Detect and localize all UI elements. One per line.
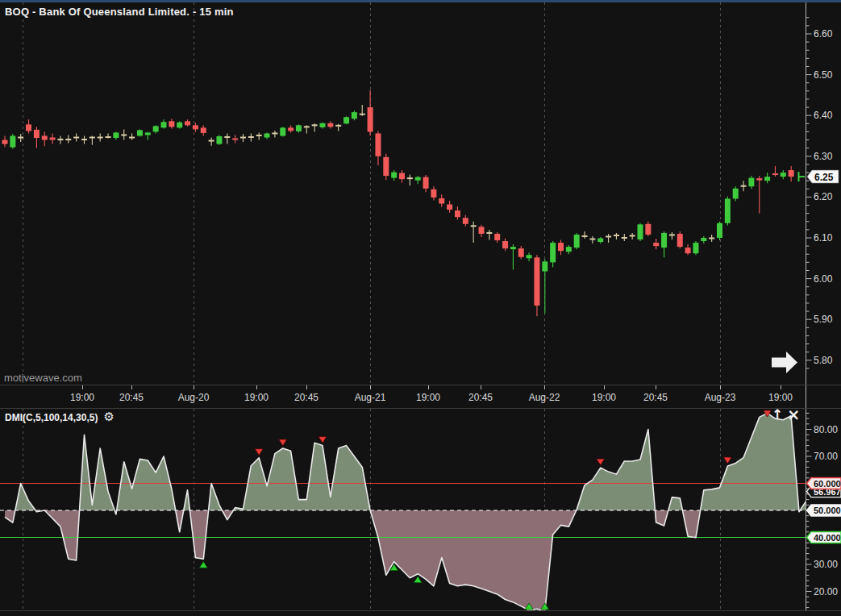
svg-text:5.90: 5.90 xyxy=(814,314,833,325)
dmi-axis[interactable]: 80.0070.0030.0020.0056.96760.00050.00040… xyxy=(806,413,841,607)
sell-marker-icon xyxy=(255,449,263,456)
last-trade-tick xyxy=(798,172,805,181)
day-gridlines xyxy=(23,2,721,610)
buy-marker-icon xyxy=(199,561,207,568)
candlestick-series[interactable] xyxy=(2,90,794,316)
svg-text:19:00: 19:00 xyxy=(416,392,440,403)
jump-to-latest-button[interactable] xyxy=(772,352,797,373)
window-top-strip xyxy=(0,0,841,2)
dmi-panel-buttons: ↑ × xyxy=(772,407,800,422)
svg-text:80.00: 80.00 xyxy=(814,424,838,435)
dmi-header: DMI(C,5,100,14,30,5) ⚙ xyxy=(5,411,114,423)
chart-canvas[interactable]: 6.606.506.406.306.206.106.005.905.806.25… xyxy=(0,0,841,616)
svg-text:6.25: 6.25 xyxy=(814,172,834,183)
dmi-indicator-label: DMI(C,5,100,14,30,5) xyxy=(5,412,98,423)
svg-text:19:00: 19:00 xyxy=(70,392,94,403)
svg-text:19:00: 19:00 xyxy=(244,392,269,403)
svg-text:70.00: 70.00 xyxy=(814,451,838,462)
mid-level-label: 50.000 xyxy=(807,505,841,516)
sell-marker-icon xyxy=(723,457,731,464)
svg-text:60.000: 60.000 xyxy=(814,479,841,489)
oversold-level-label: 40.000 xyxy=(807,532,841,543)
motivewave-window: { "window": { "title": "BOQ - Bank Of Qu… xyxy=(0,0,841,616)
svg-text:6.10: 6.10 xyxy=(814,232,833,243)
svg-text:20.00: 20.00 xyxy=(814,586,838,597)
svg-text:30.00: 30.00 xyxy=(814,559,838,570)
svg-text:Aug-21: Aug-21 xyxy=(355,392,386,403)
maximize-panel-icon[interactable]: ↑ xyxy=(772,408,783,422)
svg-text:6.60: 6.60 xyxy=(814,28,833,40)
last-price-label: 6.25 xyxy=(807,170,839,183)
svg-text:20:45: 20:45 xyxy=(119,392,144,403)
close-panel-icon[interactable]: × xyxy=(787,407,800,422)
sell-marker-icon xyxy=(318,437,327,443)
svg-text:50.000: 50.000 xyxy=(814,506,841,515)
svg-text:6.30: 6.30 xyxy=(814,151,833,162)
chart-title: BOQ - Bank Of Queensland Limited. - 15 m… xyxy=(5,6,234,18)
svg-text:20:45: 20:45 xyxy=(643,392,668,403)
sell-marker-icon xyxy=(597,459,605,465)
watermark: motivewave.com xyxy=(4,372,82,384)
gear-icon[interactable]: ⚙ xyxy=(103,411,114,423)
sell-marker-icon xyxy=(279,439,287,446)
svg-text:6.20: 6.20 xyxy=(814,191,833,202)
dmi-area-chart[interactable] xyxy=(0,413,807,611)
svg-text:19:00: 19:00 xyxy=(768,392,793,403)
buy-marker-icon xyxy=(414,576,422,583)
svg-text:6.50: 6.50 xyxy=(814,69,833,81)
svg-text:Aug-20: Aug-20 xyxy=(178,392,210,403)
svg-text:Aug-23: Aug-23 xyxy=(705,392,736,403)
svg-text:20:45: 20:45 xyxy=(468,392,493,403)
svg-text:Aug-22: Aug-22 xyxy=(529,392,560,403)
price-axis[interactable]: 6.606.506.406.306.206.106.005.905.80 xyxy=(806,2,833,611)
svg-text:5.80: 5.80 xyxy=(814,355,833,366)
time-axis[interactable]: 19:0020:45Aug-2019:0020:45Aug-2119:0020:… xyxy=(0,385,841,409)
overbought-level-label: 60.000 xyxy=(807,478,841,489)
svg-text:19:00: 19:00 xyxy=(592,392,616,403)
svg-text:6.00: 6.00 xyxy=(814,273,833,285)
svg-text:20:45: 20:45 xyxy=(294,392,318,403)
svg-text:40.000: 40.000 xyxy=(814,533,841,543)
svg-text:6.40: 6.40 xyxy=(814,110,833,121)
